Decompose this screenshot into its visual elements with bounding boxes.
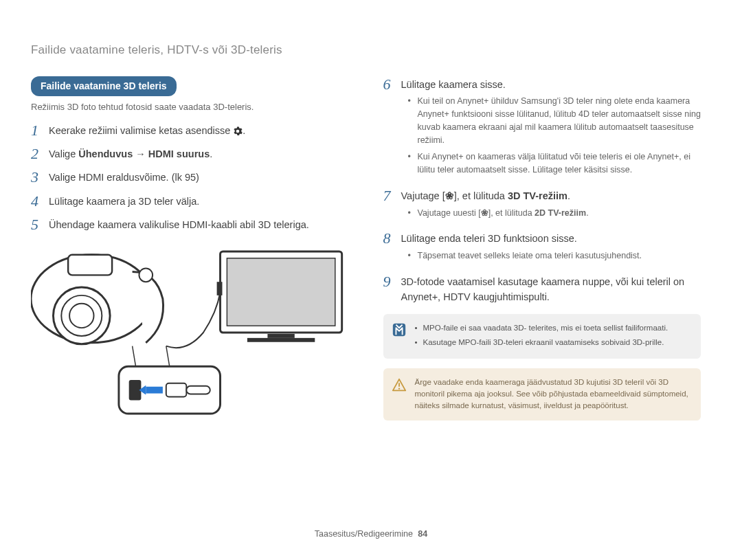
step-1: 1 Keerake režiimi valimise ketas asendis…	[31, 122, 349, 139]
note-icon	[392, 322, 407, 337]
cable-icon	[166, 292, 221, 348]
step-number: 6	[383, 76, 401, 93]
warning-box: Ärge vaadake enda kaameraga jäädvustatud…	[383, 368, 701, 421]
step-7: 7 Vajutage [❀], et lülituda 3D TV-režiim…	[383, 188, 701, 224]
step-text: Ühendage kaamera valikulise HDMI-kaabli …	[49, 216, 349, 233]
intro-text: Režiimis 3D foto tehtud fotosid saate va…	[31, 100, 349, 114]
camera-tv-illustration	[31, 243, 349, 422]
svg-point-8	[69, 304, 93, 328]
page-footer: Taasesitus/Redigeerimine 84	[0, 528, 742, 541]
step-text: Keerake režiimi valimise ketas asendisse…	[49, 122, 349, 139]
section-pill: Failide vaatamine 3D teleris	[31, 76, 177, 96]
footer-label: Taasesitus/Redigeerimine	[315, 529, 413, 539]
warning-icon	[392, 378, 407, 393]
svg-rect-3	[247, 338, 315, 342]
step-3: 3 Valige HDMI eraldusvõime. (lk 95)	[31, 169, 349, 186]
macro-flower-icon: ❀	[445, 189, 454, 204]
step-text: 3D-fotode vaatamisel kasutage kaamera nu…	[401, 273, 701, 305]
svg-rect-14	[166, 383, 187, 397]
step-number: 9	[383, 273, 401, 290]
step-number: 8	[383, 230, 401, 247]
tv-icon	[221, 251, 342, 342]
content-columns: Failide vaatamine 3D teleris Režiimis 3D…	[31, 76, 701, 422]
note-box: MPO-faile ei saa vaadata 3D- telerites, …	[383, 314, 701, 359]
step-text: Lülitage kaamera sisse. Kui teil on Anyn…	[401, 76, 701, 181]
page-number: 84	[418, 529, 427, 539]
warning-text: Ärge vaadake enda kaameraga jäädvustatud…	[415, 378, 688, 410]
step-text: Valige Ühenduvus → HDMI suurus.	[49, 146, 349, 162]
note-item: Kasutage MPO-faili 3D-teleri ekraanil va…	[415, 337, 692, 348]
svg-rect-15	[186, 386, 210, 394]
camera-icon	[31, 255, 164, 344]
step-9: 9 3D-fotode vaatamisel kasutage kaamera …	[383, 273, 701, 305]
svg-rect-1	[227, 258, 335, 326]
svg-rect-2	[267, 334, 294, 338]
gear-icon	[233, 126, 243, 136]
svg-rect-9	[68, 255, 112, 276]
step-text: Vajutage [❀], et lülituda 3D TV-režiim. …	[401, 188, 701, 224]
step-text: Lülitage enda teleri 3D funktsioon sisse…	[401, 230, 701, 267]
macro-flower-icon: ❀	[481, 207, 488, 220]
sub-item: Vajutage uuesti [❀], et lülituda 2D TV-r…	[408, 207, 701, 220]
step-6: 6 Lülitage kaamera sisse. Kui teil on An…	[383, 76, 701, 181]
step-number: 7	[383, 188, 401, 204]
svg-point-18	[398, 388, 399, 389]
step-number: 4	[31, 193, 49, 210]
step-2: 2 Valige Ühenduvus → HDMI suurus.	[31, 146, 349, 162]
page-header: Failide vaatamine teleris, HDTV-s või 3D…	[31, 41, 701, 59]
svg-point-10	[139, 268, 153, 282]
step-sublist: Vajutage uuesti [❀], et lülituda 2D TV-r…	[401, 207, 701, 220]
step-text: Valige HDMI eraldusvõime. (lk 95)	[49, 169, 349, 186]
note-item: MPO-faile ei saa vaadata 3D- telerites, …	[415, 322, 692, 334]
step-5: 5 Ühendage kaamera valikulise HDMI-kaabl…	[31, 216, 349, 233]
step-sublist: Täpsemat teavet selleks leiate oma teler…	[401, 249, 701, 262]
connector-inset-icon	[119, 366, 221, 414]
step-text: Lülitage kaamera ja 3D teler välja.	[49, 193, 349, 210]
step-4: 4 Lülitage kaamera ja 3D teler välja.	[31, 193, 349, 210]
svg-rect-16	[392, 324, 405, 336]
svg-rect-4	[217, 282, 223, 295]
sub-item: Kui teil on Anynet+ ühilduv Samsung'i 3D…	[408, 95, 701, 146]
step-number: 2	[31, 146, 49, 162]
step-number: 3	[31, 169, 49, 186]
step-sublist: Kui teil on Anynet+ ühilduv Samsung'i 3D…	[401, 95, 701, 177]
step-number: 5	[31, 216, 49, 233]
step-8: 8 Lülitage enda teleri 3D funktsioon sis…	[383, 230, 701, 267]
left-column: Failide vaatamine 3D teleris Režiimis 3D…	[31, 76, 349, 422]
sub-item: Kui Anynet+ on kaameras välja lülitatud …	[408, 150, 701, 177]
right-column: 6 Lülitage kaamera sisse. Kui teil on An…	[383, 76, 701, 422]
sub-item: Täpsemat teavet selleks leiate oma teler…	[408, 249, 701, 262]
step-number: 1	[31, 122, 49, 139]
